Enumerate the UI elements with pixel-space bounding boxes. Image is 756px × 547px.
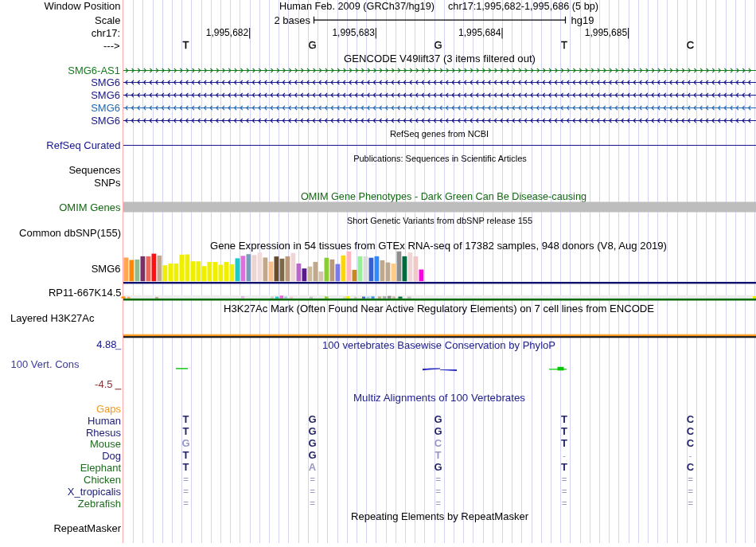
svg-text:Layered H3K27Ac: Layered H3K27Ac	[10, 312, 95, 324]
svg-text:A: A	[309, 461, 317, 473]
svg-text:chr17:1,995,682-1,995,686 (5 b: chr17:1,995,682-1,995,686 (5 bp)	[448, 0, 598, 12]
svg-text:T: T	[183, 413, 189, 425]
svg-text:Short Genetic Variants from db: Short Genetic Variants from dbSNP releas…	[347, 216, 532, 225]
svg-text:G: G	[308, 449, 316, 461]
svg-text:Gene Expression in 54 tissues: Gene Expression in 54 tissues from GTEx …	[210, 240, 667, 252]
svg-text:-4.5: -4.5	[95, 378, 112, 390]
svg-text:G: G	[434, 461, 442, 473]
svg-text:SNPs: SNPs	[94, 177, 121, 189]
svg-text:SMG6-AS1: SMG6-AS1	[68, 64, 120, 76]
svg-text:G: G	[308, 39, 316, 51]
svg-text:SMG6: SMG6	[91, 115, 120, 127]
svg-text:=: =	[183, 486, 189, 496]
svg-text:Human Feb. 2009 (GRCh37/hg19): Human Feb. 2009 (GRCh37/hg19)	[279, 0, 435, 12]
svg-text:100 vertebrates Basewise Conse: 100 vertebrates Basewise Conservation by…	[322, 339, 555, 351]
svg-text:C: C	[687, 39, 694, 51]
svg-text:G: G	[181, 437, 189, 449]
svg-text:1,995,684: 1,995,684	[458, 27, 501, 38]
svg-text:-: -	[689, 451, 692, 460]
svg-text:2 bases: 2 bases	[274, 14, 310, 26]
svg-text:Publications: Sequences in Sci: Publications: Sequences in Scientific Ar…	[353, 154, 527, 163]
svg-text:C: C	[687, 413, 695, 425]
svg-text:Zebrafish: Zebrafish	[78, 498, 121, 510]
svg-text:OMIM Gene Phenotypes - Dark Gr: OMIM Gene Phenotypes - Dark Green Can Be…	[301, 190, 586, 202]
svg-text:=: =	[183, 498, 189, 508]
svg-text:T: T	[561, 39, 567, 51]
svg-text:H3K27Ac Mark (Often Found Near: H3K27Ac Mark (Often Found Near Active Re…	[224, 303, 654, 315]
svg-text:T: T	[561, 413, 567, 425]
svg-text:=: =	[435, 475, 441, 484]
svg-text:G: G	[308, 413, 316, 425]
svg-text:G: G	[434, 425, 442, 437]
svg-text:SMG6: SMG6	[92, 263, 121, 275]
svg-text:=: =	[562, 486, 567, 496]
svg-text:1,995,682: 1,995,682	[206, 27, 249, 38]
svg-text:100 Vert. Cons: 100 Vert. Cons	[11, 358, 80, 370]
svg-text:RepeatMasker: RepeatMasker	[53, 522, 121, 534]
svg-text:C: C	[435, 437, 442, 449]
svg-text:G: G	[308, 437, 316, 449]
svg-text:Repeating Elements by RepeatMa: Repeating Elements by RepeatMasker	[351, 510, 529, 522]
svg-text:=: =	[688, 486, 693, 496]
svg-text:G: G	[434, 39, 442, 51]
svg-text:OMIM Genes: OMIM Genes	[59, 201, 121, 213]
svg-text:Mouse: Mouse	[90, 438, 121, 450]
svg-text:C: C	[687, 425, 695, 437]
svg-text:X_tropicalis: X_tropicalis	[68, 486, 122, 498]
svg-text:--->: --->	[103, 40, 120, 52]
svg-text:T: T	[561, 461, 567, 473]
svg-text:Gaps: Gaps	[96, 403, 122, 415]
svg-text:=: =	[562, 498, 567, 508]
svg-text:chr17:: chr17:	[92, 27, 120, 39]
svg-text:Human: Human	[88, 415, 121, 427]
svg-text:=: =	[562, 475, 567, 484]
svg-text:=: =	[310, 475, 315, 484]
svg-text:=: =	[310, 486, 315, 496]
svg-text:=: =	[688, 475, 693, 484]
svg-text:hg19: hg19	[571, 14, 594, 26]
svg-text:T: T	[561, 425, 567, 437]
svg-text:SMG6: SMG6	[91, 89, 120, 101]
svg-text:RP11-667K14.5: RP11-667K14.5	[49, 287, 122, 299]
svg-text:Elephant: Elephant	[80, 462, 122, 474]
svg-text:Sequences: Sequences	[68, 164, 121, 176]
svg-text:Dog: Dog	[102, 450, 121, 462]
svg-text:=: =	[688, 498, 693, 508]
svg-text:-: -	[563, 451, 566, 460]
svg-text:C: C	[687, 437, 695, 449]
svg-text:Scale: Scale	[95, 14, 121, 26]
svg-text:Window Position: Window Position	[44, 0, 120, 12]
svg-text:SMG6: SMG6	[91, 102, 120, 114]
svg-text:=: =	[183, 475, 189, 484]
svg-text:Multiz Alignments of 100 Verte: Multiz Alignments of 100 Vertebrates	[353, 392, 525, 404]
svg-text:C: C	[687, 461, 695, 473]
svg-text:Common dbSNP(155): Common dbSNP(155)	[19, 227, 121, 239]
svg-text:4.88: 4.88	[96, 338, 116, 350]
svg-text:T: T	[561, 437, 567, 449]
svg-text:G: G	[434, 413, 442, 425]
svg-text:T: T	[183, 461, 189, 473]
svg-text:RefSeq genes from NCBI: RefSeq genes from NCBI	[390, 129, 489, 139]
svg-text:=: =	[310, 498, 315, 508]
svg-text:T: T	[435, 449, 442, 461]
svg-text:T: T	[183, 449, 189, 461]
svg-text:GENCODE V49lift37 (3 items fil: GENCODE V49lift37 (3 items filtered out)	[344, 53, 536, 64]
svg-text:T: T	[183, 425, 189, 437]
svg-text:T: T	[183, 39, 189, 51]
svg-text:Rhesus: Rhesus	[86, 427, 122, 439]
svg-text:=: =	[435, 498, 441, 508]
svg-text:RefSeq Curated: RefSeq Curated	[46, 139, 120, 151]
svg-text:1,995,683: 1,995,683	[332, 27, 375, 38]
svg-text:Chicken: Chicken	[84, 474, 121, 486]
svg-text:=: =	[435, 486, 441, 496]
svg-text:SMG6: SMG6	[91, 76, 120, 88]
svg-text:G: G	[308, 425, 316, 437]
svg-text:1,995,685: 1,995,685	[585, 27, 628, 38]
